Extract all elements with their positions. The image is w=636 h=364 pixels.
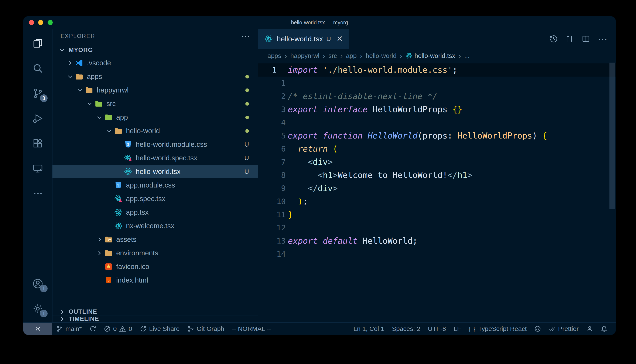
breadcrumb-label: hello-world [366,52,397,60]
tree-item-.vscode[interactable]: .vscode [53,56,258,70]
react-icon [124,167,132,176]
test-icon [114,194,123,203]
vim-mode-status-item[interactable]: -- NORMAL -- [228,323,275,335]
errors-status-item[interactable]: 0 [100,323,118,335]
token: /* eslint-disable-next-line */ [288,92,437,101]
split-editor-icon[interactable] [582,34,590,43]
tree-item-hello-world.spec.tsx[interactable]: hello-world.spec.tsxU [53,151,258,165]
tree-item-hello-world.tsx[interactable]: hello-world.tsxU [53,165,258,178]
line-number: 10 [258,195,288,208]
tree-item-src[interactable]: src [53,97,258,110]
tree-item-app[interactable]: app [53,110,258,124]
tree-item-favicon.ico[interactable]: favicon.ico [53,260,258,274]
activity-run-debug-button[interactable] [23,106,52,131]
git-untracked-badge: U [244,141,249,148]
tree-item-environments[interactable]: environments [53,246,258,260]
activity-remote-explorer-button[interactable] [23,156,52,181]
encoding-status-item[interactable]: UTF-8 [424,323,450,335]
code-line-15[interactable]: 14 [258,248,616,261]
activity-search-button[interactable] [23,56,52,81]
breadcrumb-src[interactable]: src [328,52,337,60]
breadcrumb-...[interactable]: ... [464,52,470,60]
close-window-button[interactable] [29,20,34,25]
zoom-window-button[interactable] [48,20,53,25]
code-line-8[interactable]: 7 <div> [258,156,616,169]
code-line-7[interactable]: 6 return ( [258,142,616,156]
language-mode-status-item[interactable]: { }TypeScript React [465,323,530,335]
code-line-13[interactable]: 12 [258,221,616,234]
tree-item-happynrwl[interactable]: happynrwl [53,83,258,97]
code-text: export default HelloWorld; [288,234,418,248]
tree-item-index.html[interactable]: 5index.html [53,274,258,287]
tree-item-nx-welcome.tsx[interactable]: nx-welcome.tsx [53,219,258,233]
activity-accounts-button[interactable]: 1 [23,271,52,296]
accounts-badge: 1 [40,285,48,292]
close-tab-icon[interactable]: ✕ [336,34,343,43]
tree-item-app.spec.tsx[interactable]: app.spec.tsx [53,192,258,206]
code-line-6[interactable]: 5export function HelloWorld(props: Hello… [258,129,616,142]
token [318,131,323,140]
settings-badge: 1 [40,310,48,317]
code-line-12[interactable]: 11} [258,208,616,221]
smiley-icon [534,326,541,332]
token: default [323,236,357,246]
tree-item-label: .vscode [87,59,111,67]
git-branch-status-item[interactable]: main* [52,323,86,335]
minimize-window-button[interactable] [38,20,43,25]
activity-more-button[interactable] [23,181,52,206]
prettier-status-item[interactable]: Prettier [545,323,582,335]
more-actions-icon[interactable]: ⋯ [598,37,607,41]
tree-item-apps[interactable]: apps [53,70,258,83]
breadcrumb-app[interactable]: app [346,52,357,60]
tree-item-hello-world[interactable]: hello-world [53,124,258,138]
token: > [328,157,333,167]
eol-status-item[interactable]: LF [450,323,465,335]
breadcrumb-happynrwl[interactable]: happynrwl [290,52,319,60]
breadcrumb-hello-world.tsx[interactable]: hello-world.tsx [405,52,455,60]
activity-explorer-button[interactable] [23,31,52,56]
breadcrumb-hello-world[interactable]: hello-world [366,52,397,60]
token: ; [412,236,417,246]
scrollbar-thumb[interactable] [609,62,615,209]
code-editor[interactable]: 1import './hello-world.module.css';12/* … [258,62,616,322]
remote-indicator-status-item[interactable] [23,323,52,335]
panel-outline[interactable]: OUTLINE [53,308,258,315]
activity-extensions-button[interactable] [23,131,52,156]
activity-source-control-button[interactable]: 3 [23,81,52,106]
tab-hello-world-tsx[interactable]: hello-world.tsx U ✕ [258,29,349,49]
code-line-4[interactable]: 3export interface HelloWorldProps {} [258,103,616,116]
notifications-bell-status-item[interactable] [597,323,611,335]
warnings-status-item[interactable]: 0 [118,323,136,335]
live-share-status-item[interactable]: Live Share [136,323,183,335]
feedback-smiley-status-item[interactable] [530,323,545,335]
cursor-position-status-item[interactable]: Ln 1, Col 1 [350,323,388,335]
svg-text:3: 3 [117,183,119,187]
explorer-actions-button[interactable]: ⋯ [241,34,250,38]
code-line-11[interactable]: 10 ); [258,195,616,208]
indentation-status-item[interactable]: Spaces: 2 [388,323,424,335]
activity-settings-button[interactable]: 1 [23,296,52,321]
sync-changes-status-item[interactable] [86,323,100,335]
compare-changes-icon[interactable] [565,34,574,43]
line-number: 9 [258,182,288,195]
tree-item-app.tsx[interactable]: app.tsx [53,206,258,219]
timeline-history-icon[interactable] [549,34,558,43]
favicon-icon [104,262,113,271]
vscode-window: hello-world.tsx — myorg 3 1 1 EXPLORER [23,16,616,335]
code-line-3[interactable]: 2/* eslint-disable-next-line */ [258,90,616,103]
accounts-person-status-item[interactable] [582,323,597,335]
code-line-14[interactable]: 13export default HelloWorld; [258,234,616,248]
code-line-9[interactable]: 8 <h1>Welcome to HelloWorld!</h1> [258,169,616,182]
section-myorg[interactable]: MYORG [53,44,258,56]
tree-item-app.module.css[interactable]: 3app.module.css [53,178,258,192]
panel-timeline[interactable]: TIMELINE [53,315,258,322]
code-line-10[interactable]: 9 </div> [258,182,616,195]
sidebar-panels: OUTLINETIMELINE [53,308,258,322]
tree-item-assets[interactable]: assets [53,233,258,246]
code-line-1[interactable]: 1import './hello-world.module.css'; [258,64,616,76]
code-line-2[interactable]: 1 [258,76,616,90]
breadcrumb-apps[interactable]: apps [268,52,281,60]
tree-item-hello-world.module.css[interactable]: 3hello-world.module.cssU [53,138,258,151]
code-line-5[interactable]: 4 [258,116,616,129]
git-graph-status-item[interactable]: Git Graph [183,323,228,335]
